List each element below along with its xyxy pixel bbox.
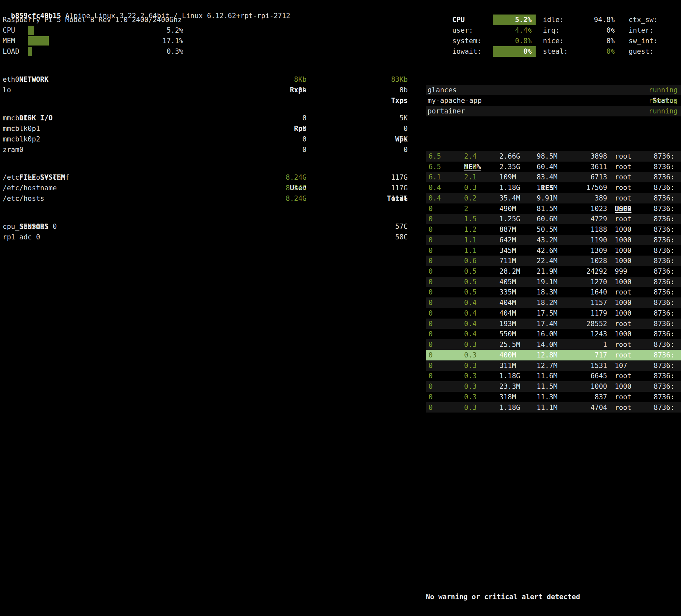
process-pid: 389 [571,193,607,203]
tasks-panel: TASKS226 (608 thr), 0 run, 146 slp, 0 ot… [426,130,681,415]
file_system-value-1: 8.24G [234,193,306,204]
containers-header-row: Name Status [426,74,681,85]
disk_io-row: mmcblk0p205K [3,134,408,144]
cpu-stat-label: CPU [452,15,465,25]
process-row[interactable]: 01.51.25G60.6M4729root8736: [426,214,681,224]
process-user: 1000 [615,235,632,245]
file_system-value-2: 117G [335,183,408,193]
process-row[interactable]: 0.40.31.18G11.5M17569root8736: [426,182,681,193]
meter-label: LOAD [3,46,20,57]
file_system-row: /etc/resolv.conf8.24G117G [3,172,408,183]
process-row[interactable]: 01.2887M50.5M118810008736: [426,224,681,235]
process-cpu: 0.4 [429,193,441,203]
process-cpu: 0 [429,361,433,371]
process-row[interactable]: 00.31.18G11.1M4704root8736: [426,402,681,413]
process-mem: 1.5 [464,214,477,224]
process-mem: 0.5 [464,277,477,287]
process-user: root [615,402,632,413]
process-virt: 28.2M [499,266,520,277]
glances-terminal-screen: { "terminal": { "hostname": "b859cfc40b1… [0,0,681,616]
containers-title-row: CONTAINERS3 sorted by CPU consumption [426,64,681,74]
process-time: 8736: [654,224,681,235]
meter-value: 0.3% [144,46,183,57]
process-cpu: 0 [429,308,433,319]
process-row[interactable]: 00.3311M12.7M15311078736: [426,361,681,371]
network-value-1: 8Kb [234,74,306,85]
process-mem: 0.4 [464,297,477,308]
process-row[interactable]: 00.31.18G11.6M6645root8736: [426,371,681,381]
disk_io-row: zram000 [3,144,408,155]
disk-io-header-row: DISK I/O Rps Wps [3,102,408,113]
process-row[interactable]: 01.1345M42.6M130910008736: [426,245,681,256]
process-mem: 2.1 [464,172,477,182]
process-row[interactable]: 00.3318M11.3M837root8736: [426,392,681,402]
process-pid: 1157 [571,297,607,308]
process-time: 8736: [654,266,681,277]
process-time: 8736: [654,214,681,224]
process-time: 8736: [654,371,681,381]
process-time: 8736: [654,172,681,182]
disk_io-name: mmcblk0p1 [3,123,40,134]
process-row[interactable]: 00.4550M16.0M124310008736: [426,329,681,339]
process-row[interactable]: 01.1642M43.2M119010008736: [426,235,681,245]
process-pid: 3611 [571,162,607,172]
process-virt: 887M [499,224,516,235]
cpu-stat-value: 0% [568,25,615,35]
process-row[interactable]: 00.4193M17.4M28552root8736: [426,319,681,329]
process-user: 1000 [615,255,632,266]
container-status: running [612,106,678,116]
process-res: 11.6M [537,371,557,381]
container-row[interactable]: glancesrunning [426,85,681,95]
process-row[interactable]: 00.323.3M11.5M100010008736: [426,381,681,392]
process-user: root [615,214,632,224]
process-user: 1000 [615,381,632,392]
process-row[interactable]: 0.40.235.4M9.91M389root8736: [426,193,681,203]
cpu-stat-label: ctx_sw: [629,15,658,25]
container-row[interactable]: my-apache-apprunning [426,95,681,106]
process-res: 17.5M [537,308,557,319]
process-res: 22.4M [537,255,557,266]
process-virt: 35.4M [499,193,520,203]
file_system-value-1: 8.24G [234,172,306,183]
container-row[interactable]: portainerrunning [426,106,681,116]
process-mem: 0.3 [464,371,477,381]
process-cpu: 0 [429,319,433,329]
process-row[interactable]: 00.5335M18.3M1640root8736: [426,287,681,297]
container-name: portainer [428,106,465,116]
process-res: 50.5M [537,224,557,235]
process-row[interactable]: 6.52.42.66G98.5M3898root8736: [426,151,681,162]
file_system-name: /etc/hosts [3,193,44,204]
process-time: 8736: [654,329,681,339]
process-cpu: 0 [429,392,433,402]
process-row[interactable]: 00.325.5M14.0M1root8736: [426,339,681,350]
cpu-stat-value: 0% [568,46,615,57]
process-row[interactable]: 02490M81.5M102310008736: [426,203,681,214]
file_system-name: /etc/resolv.conf [3,172,69,183]
process-cpu: 0 [429,350,433,361]
sensor-row: cpu_thermal 057C [3,221,408,232]
process-row[interactable]: 00.4404M18.2M115710008736: [426,297,681,308]
process-row[interactable]: 6.12.1109M83.4M6713root8736: [426,172,681,182]
process-user: 1000 [615,329,632,339]
process-row[interactable]: 00.5405M19.1M127010008736: [426,277,681,287]
process-row[interactable]: 00.4404M17.5M117910008736: [426,308,681,319]
process-cpu: 0 [429,203,433,214]
sensor-value: 58C [335,232,408,242]
process-virt: 345M [499,245,516,256]
process-time: 8736: [654,255,681,266]
disk-io-panel: DISK I/O Rps Wps mmcblk005Kmmcblk0p100mm… [3,102,408,155]
disk_io-row: mmcblk005K [3,113,408,123]
process-row[interactable]: 00.3400M12.8M717root8736: [426,350,681,361]
process-row[interactable]: 00.6711M22.4M102810008736: [426,255,681,266]
process-user: 1000 [615,224,632,235]
process-row[interactable]: 00.528.2M21.9M242929998736: [426,266,681,277]
process-virt: 109M [499,172,516,182]
process-virt: 1.18G [499,371,520,381]
process-pid: 1023 [571,203,607,214]
process-cpu: 0 [429,329,433,339]
process-row[interactable]: 6.51.52.35G60.4M3611root8736: [426,162,681,172]
process-time: 8736: [654,277,681,287]
process-pid: 837 [571,392,607,402]
process-mem: 0.4 [464,329,477,339]
disk_io-name: zram0 [3,144,23,155]
